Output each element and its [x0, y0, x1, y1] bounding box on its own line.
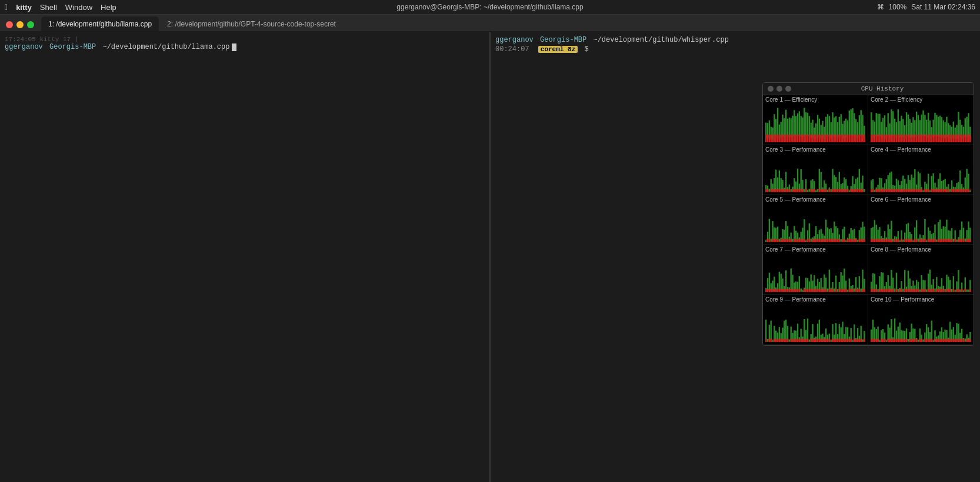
svg-rect-287 [801, 189, 802, 192]
svg-rect-744 [804, 289, 805, 292]
help-menu[interactable]: Help [101, 3, 116, 12]
svg-rect-332 [844, 189, 845, 192]
svg-rect-1040 [874, 327, 875, 341]
svg-rect-1055 [888, 339, 889, 342]
svg-rect-722 [784, 289, 785, 292]
svg-rect-848 [902, 289, 904, 292]
svg-rect-769 [825, 277, 826, 290]
apple-menu[interactable]:  [5, 2, 8, 12]
svg-rect-348 [859, 169, 860, 190]
svg-rect-200 [934, 113, 935, 136]
svg-rect-988 [824, 339, 825, 342]
svg-rect-296 [811, 189, 812, 192]
svg-rect-380 [891, 172, 892, 190]
svg-rect-1123 [948, 339, 949, 342]
pane-right[interactable]: ggerganov Georgis-MBP ~/development/gith… [491, 32, 980, 482]
svg-rect-293 [807, 190, 808, 192]
svg-rect-982 [819, 339, 820, 342]
svg-rect-431 [934, 189, 935, 192]
svg-rect-415 [919, 189, 921, 192]
svg-rect-622 [901, 239, 902, 242]
svg-rect-862 [914, 289, 915, 292]
svg-rect-522 [809, 239, 810, 242]
svg-rect-480 [772, 221, 773, 240]
svg-rect-897 [948, 277, 949, 291]
svg-rect-35 [792, 135, 793, 142]
svg-rect-636 [914, 239, 915, 242]
wifi-icon[interactable]: ⌘ [877, 3, 884, 11]
svg-rect-1133 [956, 339, 957, 342]
svg-rect-358 [871, 189, 872, 192]
svg-rect-686 [961, 222, 962, 240]
window-menu[interactable]: Window [65, 3, 92, 12]
svg-rect-591 [874, 220, 875, 240]
shell-menu[interactable]: Shell [40, 3, 57, 12]
minimize-button[interactable] [16, 21, 24, 28]
svg-rect-1071 [901, 339, 902, 342]
svg-rect-1024 [855, 339, 856, 342]
svg-rect-215 [946, 135, 947, 142]
svg-rect-376 [888, 175, 889, 190]
cpu-chart-5 [765, 204, 865, 242]
svg-rect-969 [807, 339, 808, 342]
svg-rect-13 [774, 135, 775, 142]
svg-rect-702 [767, 289, 768, 292]
svg-rect-852 [906, 289, 907, 292]
svg-rect-420 [924, 189, 925, 192]
fullscreen-button[interactable] [27, 21, 34, 28]
svg-rect-257 [775, 170, 776, 190]
svg-rect-466 [965, 189, 966, 192]
svg-rect-509 [797, 239, 798, 242]
svg-rect-1013 [845, 339, 846, 342]
svg-rect-667 [943, 239, 944, 242]
svg-rect-1135 [958, 339, 959, 342]
svg-rect-266 [782, 189, 783, 192]
svg-rect-494 [784, 239, 785, 242]
svg-rect-495 [785, 221, 786, 240]
svg-rect-573 [854, 239, 855, 242]
svg-rect-875 [928, 274, 929, 291]
tab-2[interactable]: 2: /development/github/GPT-4-source-code… [160, 16, 343, 31]
svg-rect-657 [934, 225, 935, 241]
svg-rect-662 [939, 220, 941, 240]
cpu-core-9: Core 9 — Performance [763, 295, 868, 345]
svg-rect-643 [921, 239, 922, 242]
svg-rect-550 [834, 222, 835, 240]
svg-rect-424 [928, 189, 929, 192]
svg-rect-89 [837, 135, 838, 142]
svg-rect-468 [966, 189, 967, 192]
svg-rect-165 [904, 135, 905, 142]
pane-left[interactable]: 17:24:05 kitty 17 | ggerganov Georgis-MB… [0, 32, 489, 482]
svg-rect-93 [841, 135, 842, 142]
svg-rect-1022 [854, 339, 855, 342]
svg-rect-152 [894, 119, 895, 138]
svg-rect-720 [782, 289, 783, 292]
svg-rect-437 [939, 189, 941, 192]
app-name-menu[interactable]: kitty [16, 3, 32, 12]
svg-rect-366 [879, 178, 880, 190]
cpu-chart-3 [765, 154, 865, 192]
svg-rect-46 [802, 118, 803, 137]
svg-rect-777 [832, 289, 833, 292]
svg-rect-542 [827, 227, 828, 241]
svg-rect-108 [854, 113, 855, 136]
svg-rect-21 [781, 135, 782, 142]
svg-rect-600 [881, 239, 882, 242]
cpu-core-2: Core 2 — Efficiency [868, 95, 974, 145]
svg-rect-717 [781, 274, 782, 291]
svg-rect-1094 [922, 340, 924, 342]
svg-rect-688 [963, 227, 964, 240]
svg-rect-219 [949, 135, 951, 142]
svg-rect-1146 [968, 339, 969, 342]
svg-rect-911 [961, 289, 962, 292]
svg-rect-695 [969, 227, 971, 240]
svg-rect-61 [814, 135, 815, 142]
svg-rect-575 [855, 239, 856, 242]
svg-rect-738 [797, 289, 798, 292]
svg-rect-789 [844, 289, 845, 292]
svg-rect-942 [784, 339, 785, 342]
close-button[interactable] [6, 21, 13, 28]
tab-1[interactable]: 1: /development/github/llama.cpp [41, 16, 159, 31]
cpu-history-panel[interactable]: CPU History Core 1 — EfficiencyCore 2 — … [762, 82, 974, 346]
svg-rect-57 [811, 135, 812, 142]
